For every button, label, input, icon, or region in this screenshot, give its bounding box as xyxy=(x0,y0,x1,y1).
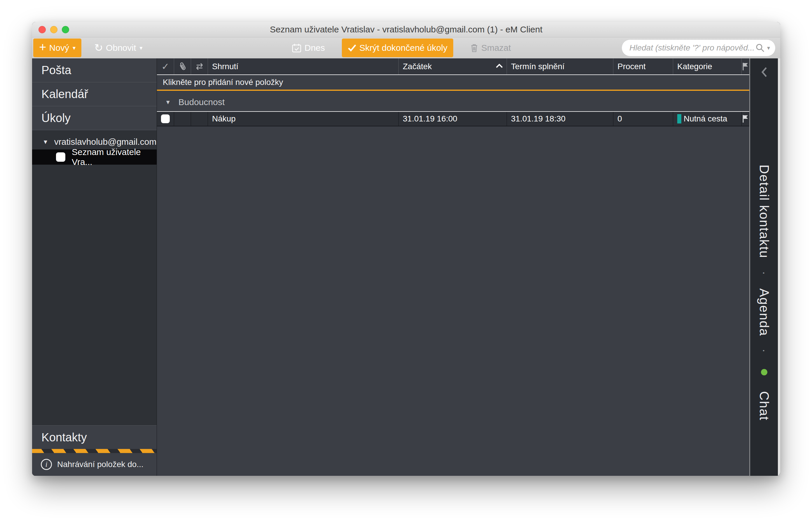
task-category-cell[interactable]: Nutná cesta xyxy=(673,112,742,126)
toolbar-center-group: Dnes Skrýt dokončené úkoly Smazat xyxy=(286,38,517,57)
expander-triangle-icon[interactable]: ▼ xyxy=(42,139,49,145)
repeat-icon xyxy=(195,62,204,71)
column-header-summary[interactable]: Shrnutí xyxy=(208,58,399,75)
task-category: Nutná cesta xyxy=(684,114,727,124)
hide-completed-label: Skrýt dokončené úkoly xyxy=(359,43,447,53)
sidebar-item-contacts[interactable]: Kontakty xyxy=(32,426,156,449)
task-summary: Nákup xyxy=(212,114,236,124)
check-icon: ✓ xyxy=(162,61,170,72)
task-attachment-cell xyxy=(174,112,191,126)
tab-chat[interactable]: Chat xyxy=(757,391,772,420)
sidebar-item-label: Kontakty xyxy=(41,431,87,444)
add-new-task-row[interactable]: Klikněte pro přidání nové položky xyxy=(157,75,749,91)
delete-button-label: Smazat xyxy=(481,43,511,53)
search-options-chevron-icon[interactable]: ▾ xyxy=(767,44,770,51)
table-empty-area xyxy=(157,127,749,476)
titlebar: Seznam uživatele Vratislav - vratislavho… xyxy=(32,22,780,37)
new-button-label: Nový xyxy=(49,43,69,53)
task-group-header[interactable]: ▼ Budoucnost xyxy=(157,93,749,111)
tab-separator: · xyxy=(758,271,770,276)
info-icon: i xyxy=(41,459,52,470)
delete-button[interactable]: Smazat xyxy=(464,38,517,57)
column-header-completed[interactable]: ✓ xyxy=(157,58,174,75)
search-box[interactable]: ▾ xyxy=(621,39,776,56)
column-header-label: Začátek xyxy=(403,62,432,71)
em-client-window: Seznam uživatele Vratislav - vratislavho… xyxy=(32,22,780,476)
group-expander-triangle-icon[interactable]: ▼ xyxy=(165,99,171,106)
table-header: ✓ Shrnutí Začátek xyxy=(157,58,749,75)
new-button[interactable]: + Nový ▾ xyxy=(33,38,81,57)
task-due: 31.01.19 18:30 xyxy=(511,114,566,124)
chevron-down-icon: ▾ xyxy=(140,44,143,51)
sidebar-item-tasks[interactable]: Úkoly xyxy=(32,106,156,130)
flag-icon xyxy=(742,114,749,123)
column-header-category[interactable]: Kategorie xyxy=(673,58,742,75)
sync-progress-bar xyxy=(32,449,156,453)
task-percent-cell[interactable]: 0 xyxy=(613,112,673,126)
tab-separator: · xyxy=(758,349,770,353)
window-title: Seznam uživatele Vratislav - vratislavho… xyxy=(32,25,780,34)
column-header-due[interactable]: Termín splnění xyxy=(507,58,613,75)
hide-completed-button[interactable]: Skrýt dokončené úkoly xyxy=(342,38,453,57)
sidebar-item-label: Kalendář xyxy=(41,88,88,101)
column-header-flag[interactable] xyxy=(742,58,749,75)
task-table: ✓ Shrnutí Začátek xyxy=(157,58,749,476)
vertical-tabs: Detail kontaktu · Agenda · Chat xyxy=(757,165,772,420)
task-start-cell[interactable]: 31.01.19 16:00 xyxy=(399,112,507,126)
search-input[interactable] xyxy=(630,43,755,53)
table-row[interactable]: Nákup 31.01.19 16:00 31.01.19 18:30 0 Nu… xyxy=(157,111,749,127)
task-list-node-selected[interactable]: Seznam uživatele Vra... xyxy=(32,149,156,165)
content: Pošta Kalendář Úkoly ▼ vratislavholub@gm… xyxy=(32,58,780,476)
chat-online-status-dot xyxy=(761,369,767,375)
sidebar-item-mail[interactable]: Pošta xyxy=(32,58,156,82)
category-color-swatch xyxy=(677,114,682,124)
add-new-task-label: Klikněte pro přidání nové položky xyxy=(163,78,283,87)
tab-agenda[interactable]: Agenda xyxy=(757,289,772,336)
refresh-button-label: Obnovit xyxy=(106,43,136,53)
task-percent: 0 xyxy=(617,114,622,124)
today-button-label: Dnes xyxy=(304,43,325,53)
task-flag-cell[interactable] xyxy=(742,112,750,126)
sidebar: Pošta Kalendář Úkoly ▼ vratislavholub@gm… xyxy=(32,58,157,476)
scrollbar-track[interactable] xyxy=(778,58,780,476)
column-header-recurrence[interactable] xyxy=(191,58,208,75)
task-complete-cell[interactable] xyxy=(157,112,174,126)
task-list-icon xyxy=(56,153,65,162)
task-group-label: Budoucnost xyxy=(178,97,225,107)
sidebar-item-label: Úkoly xyxy=(41,111,70,125)
tab-contact-detail[interactable]: Detail kontaktu xyxy=(757,165,772,258)
check-icon xyxy=(348,44,356,52)
column-header-percent[interactable]: Procent xyxy=(613,58,673,75)
sidebar-item-calendar[interactable]: Kalendář xyxy=(32,82,156,106)
task-list-label: Seznam uživatele Vra... xyxy=(72,147,156,167)
paperclip-icon xyxy=(176,60,189,73)
column-header-label: Termín splnění xyxy=(511,62,565,71)
task-folder-tree: ▼ vratislavholub@gmail.com Seznam uživat… xyxy=(32,130,156,425)
today-button[interactable]: Dnes xyxy=(286,38,331,57)
sidebar-bottom: Kontakty i Nahrávání položek do... xyxy=(32,425,156,476)
column-header-label: Kategorie xyxy=(677,62,712,71)
task-summary-cell[interactable]: Nákup xyxy=(208,112,399,126)
column-header-label: Procent xyxy=(617,62,646,71)
flag-icon xyxy=(742,62,749,71)
sidebar-item-label: Pošta xyxy=(41,64,71,77)
toolbar: + Nový ▾ ↻ Obnovit ▾ Dnes xyxy=(32,37,780,58)
sync-status[interactable]: i Nahrávání položek do... xyxy=(32,453,156,476)
sync-status-label: Nahrávání položek do... xyxy=(57,460,144,469)
sort-ascending-icon xyxy=(496,64,503,68)
task-due-cell[interactable]: 31.01.19 18:30 xyxy=(507,112,613,126)
column-header-attachment[interactable] xyxy=(174,58,191,75)
search-icon[interactable] xyxy=(755,43,765,53)
column-header-label: Shrnutí xyxy=(212,62,238,71)
collapse-panel-chevron-icon[interactable] xyxy=(760,66,768,78)
task-checkbox[interactable] xyxy=(161,114,170,123)
task-recurrence-cell xyxy=(191,112,208,126)
trash-icon xyxy=(470,43,478,53)
column-header-start[interactable]: Začátek xyxy=(399,58,507,75)
calendar-check-icon xyxy=(292,43,301,53)
plus-icon: + xyxy=(39,41,47,53)
chevron-down-icon: ▾ xyxy=(72,44,76,51)
right-sidebar: Detail kontaktu · Agenda · Chat xyxy=(750,58,778,476)
refresh-button[interactable]: ↻ Obnovit ▾ xyxy=(88,38,148,57)
account-label: vratislavholub@gmail.com xyxy=(54,137,156,147)
